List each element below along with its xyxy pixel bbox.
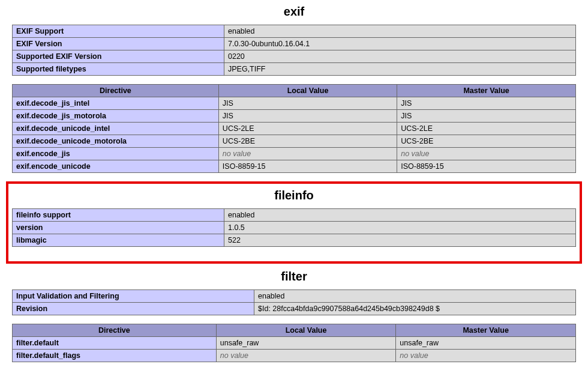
kv-key: EXIF Version bbox=[13, 38, 224, 50]
directive-name: exif.encode_jis bbox=[13, 148, 219, 160]
table-row: Input Validation and Filtering enabled bbox=[13, 290, 576, 303]
table-header-row: Directive Local Value Master Value bbox=[13, 85, 576, 97]
kv-key: Revision bbox=[13, 303, 254, 315]
kv-key: version bbox=[13, 222, 224, 234]
table-row: exif.decode_unicode_intel UCS-2LE UCS-2L… bbox=[13, 123, 576, 135]
no-value: no value bbox=[223, 150, 251, 158]
kv-value: enabled bbox=[224, 25, 576, 38]
highlight-box-fileinfo: fileinfo fileinfo support enabled versio… bbox=[6, 181, 582, 264]
kv-value: 7.0.30-0ubuntu0.16.04.1 bbox=[224, 38, 576, 50]
table-row: version 1.0.5 bbox=[13, 222, 576, 234]
kv-value: 1.0.5 bbox=[224, 222, 576, 234]
directive-name: exif.decode_unicode_motorola bbox=[13, 135, 219, 148]
exif-kv-table: EXIF Support enabled EXIF Version 7.0.30… bbox=[12, 25, 576, 76]
kv-key: libmagic bbox=[13, 234, 224, 247]
kv-value: 0220 bbox=[224, 50, 576, 63]
directive-local: no value bbox=[218, 148, 397, 160]
table-row: exif.encode_unicode ISO-8859-15 ISO-8859… bbox=[13, 160, 576, 173]
table-row: exif.decode_jis_motorola JIS JIS bbox=[13, 110, 576, 123]
col-header-directive: Directive bbox=[13, 324, 217, 337]
directive-master: unsafe_raw bbox=[396, 337, 576, 350]
directive-name: exif.decode_jis_intel bbox=[13, 97, 219, 110]
table-header-row: Directive Local Value Master Value bbox=[13, 324, 576, 337]
directive-local: JIS bbox=[218, 110, 397, 123]
table-row: exif.decode_jis_intel JIS JIS bbox=[13, 97, 576, 110]
section-title-filter: filter bbox=[0, 270, 588, 283]
col-header-local: Local Value bbox=[216, 324, 396, 337]
directive-master: JIS bbox=[397, 110, 576, 123]
kv-key: Supported EXIF Version bbox=[13, 50, 224, 63]
directive-master: JIS bbox=[397, 97, 576, 110]
no-value: no value bbox=[401, 150, 429, 158]
kv-value: JPEG,TIFF bbox=[224, 63, 576, 76]
col-header-master: Master Value bbox=[397, 85, 576, 97]
kv-key: EXIF Support bbox=[13, 25, 224, 38]
directive-master: UCS-2BE bbox=[397, 135, 576, 148]
directive-name: exif.encode_unicode bbox=[13, 160, 219, 173]
table-row: Supported EXIF Version 0220 bbox=[13, 50, 576, 63]
table-row: filter.default unsafe_raw unsafe_raw bbox=[13, 337, 576, 350]
col-header-master: Master Value bbox=[396, 324, 576, 337]
directive-local: no value bbox=[216, 350, 396, 362]
directive-name: filter.default_flags bbox=[13, 350, 217, 362]
kv-key: Supported filetypes bbox=[13, 63, 224, 76]
section-title-fileinfo: fileinfo bbox=[11, 189, 577, 202]
fileinfo-kv-table: fileinfo support enabled version 1.0.5 l… bbox=[12, 208, 576, 247]
directive-name: filter.default bbox=[13, 337, 217, 350]
directive-name: exif.decode_unicode_intel bbox=[13, 123, 219, 135]
kv-value: $Id: 28fcca4bfda9c9907588a64d245b49cb398… bbox=[254, 303, 576, 315]
directive-local: UCS-2BE bbox=[218, 135, 397, 148]
table-row: Supported filetypes JPEG,TIFF bbox=[13, 63, 576, 76]
exif-directives-table: Directive Local Value Master Value exif.… bbox=[12, 84, 576, 173]
table-row: EXIF Support enabled bbox=[13, 25, 576, 38]
no-value: no value bbox=[220, 351, 248, 360]
directive-name: exif.decode_jis_motorola bbox=[13, 110, 219, 123]
col-header-local: Local Value bbox=[218, 85, 397, 97]
directive-local: unsafe_raw bbox=[216, 337, 396, 350]
kv-key: Input Validation and Filtering bbox=[13, 290, 254, 303]
kv-value: enabled bbox=[254, 290, 576, 303]
table-row: libmagic 522 bbox=[13, 234, 576, 247]
table-row: EXIF Version 7.0.30-0ubuntu0.16.04.1 bbox=[13, 38, 576, 50]
filter-kv-table: Input Validation and Filtering enabled R… bbox=[12, 290, 576, 315]
directive-master: UCS-2LE bbox=[397, 123, 576, 135]
kv-key: fileinfo support bbox=[13, 209, 224, 222]
directive-master: ISO-8859-15 bbox=[397, 160, 576, 173]
table-row: fileinfo support enabled bbox=[13, 209, 576, 222]
no-value: no value bbox=[400, 351, 428, 360]
directive-master: no value bbox=[396, 350, 576, 362]
directive-local: JIS bbox=[218, 97, 397, 110]
table-row: exif.decode_unicode_motorola UCS-2BE UCS… bbox=[13, 135, 576, 148]
kv-value: 522 bbox=[224, 234, 576, 247]
table-row: Revision $Id: 28fcca4bfda9c9907588a64d24… bbox=[13, 303, 576, 315]
directive-master: no value bbox=[397, 148, 576, 160]
table-row: exif.encode_jis no value no value bbox=[13, 148, 576, 160]
directive-local: UCS-2LE bbox=[218, 123, 397, 135]
filter-directives-table: Directive Local Value Master Value filte… bbox=[12, 324, 576, 362]
directive-local: ISO-8859-15 bbox=[218, 160, 397, 173]
col-header-directive: Directive bbox=[13, 85, 219, 97]
table-row: filter.default_flags no value no value bbox=[13, 350, 576, 362]
section-title-exif: exif bbox=[0, 5, 588, 19]
kv-value: enabled bbox=[224, 209, 576, 222]
